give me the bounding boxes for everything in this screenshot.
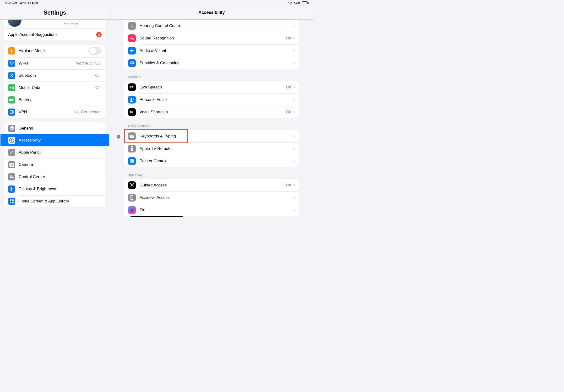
airplane-row[interactable]: Airplane Mode <box>4 45 105 57</box>
avatar <box>8 20 22 27</box>
svg-rect-45 <box>132 196 133 197</box>
svg-point-32 <box>133 136 134 136</box>
bluetooth-row[interactable]: Bluetooth On <box>4 69 105 82</box>
apple-tv-remote-row[interactable]: Apple TV Remote <box>124 142 299 155</box>
account-suggestions-row[interactable]: Apple Account Suggestions 2 <box>4 28 105 40</box>
content-header: Accessibility <box>110 6 313 20</box>
bluetooth-value: On <box>95 73 101 78</box>
hearing-control-centre-row[interactable]: Hearing Control Centre <box>124 20 299 32</box>
battery-icon <box>302 1 309 4</box>
accessories-header: ACCESSORIES <box>124 120 299 130</box>
chevron-right-icon <box>293 159 295 164</box>
mobile-data-value: Off <box>95 85 101 90</box>
camera-icon <box>8 161 15 168</box>
svg-rect-9 <box>10 199 11 201</box>
annotation-dot <box>117 135 121 139</box>
wifi-row[interactable]: Wi-Fi realme X7 5G <box>4 57 105 69</box>
svg-rect-2 <box>14 99 14 100</box>
apple-pencil-row[interactable]: Apple Pencil <box>4 146 105 158</box>
control-centre-row[interactable]: Control Centre <box>4 171 105 183</box>
live-speech-row[interactable]: Live Speech Off <box>124 81 299 94</box>
sliders-icon <box>8 173 15 181</box>
wifi-icon <box>289 1 292 4</box>
chevron-right-icon <box>293 36 295 41</box>
general-row[interactable]: General <box>4 122 105 134</box>
hearing-section-partial: Hearing Control Centre Sound Recognition… <box>124 20 299 69</box>
airplane-toggle[interactable] <box>89 47 102 55</box>
svg-point-36 <box>131 149 132 149</box>
accessibility-row[interactable]: Accessibility <box>0 134 109 146</box>
svg-point-8 <box>11 188 13 190</box>
svg-point-31 <box>133 136 133 136</box>
speech-section: Live Speech Off Personal Voice Vocal Sho… <box>124 81 299 118</box>
display-row[interactable]: Display & Brightness <box>4 183 105 195</box>
svg-rect-48 <box>131 198 133 199</box>
assistive-access-row[interactable]: Assistive Access <box>124 192 299 204</box>
keyboards-typing-row[interactable]: Keyboards & Typing <box>124 130 299 142</box>
home-indicator[interactable] <box>130 216 183 217</box>
pointer-control-row[interactable]: Pointer Control <box>124 155 299 167</box>
home-screen-row[interactable]: Home Screen & App Library <box>4 195 105 207</box>
svg-point-49 <box>130 209 134 212</box>
svg-point-28 <box>130 136 130 136</box>
phone-grid-icon <box>128 194 136 201</box>
captions-icon <box>128 59 136 67</box>
general-section: Guided Access Off Assistive Access Siri <box>124 179 299 216</box>
chevron-right-icon <box>293 183 295 188</box>
sidebar-header: Settings <box>0 6 110 20</box>
subtitles-row[interactable]: Subtitles & Captioning <box>124 57 299 69</box>
svg-rect-44 <box>131 196 132 197</box>
chevron-right-icon <box>293 97 295 102</box>
keyboard-icon <box>128 132 136 140</box>
svg-rect-10 <box>12 199 14 201</box>
chevron-right-icon <box>293 85 295 90</box>
svg-point-0 <box>12 87 12 88</box>
guided-access-row[interactable]: Guided Access Off <box>124 179 299 192</box>
bluetooth-icon <box>8 72 15 79</box>
sound-wave-icon <box>128 34 136 42</box>
svg-point-38 <box>131 150 132 150</box>
mobile-data-row[interactable]: Mobile Data Off <box>4 82 105 94</box>
settings-sidebar: Settings and more Apple Account Suggesti… <box>0 6 110 218</box>
content-title: Accessibility <box>198 10 225 15</box>
airplane-icon <box>8 47 15 55</box>
speech-header: SPEECH <box>124 71 299 81</box>
vocal-shortcuts-row[interactable]: Vocal Shortcuts Off <box>124 106 299 118</box>
profile-subtitle: and more <box>64 22 79 26</box>
battery-icon <box>8 96 15 103</box>
wifi-icon <box>8 60 15 67</box>
svg-point-7 <box>12 177 13 178</box>
siri-row[interactable]: Siri <box>124 204 299 216</box>
svg-rect-25 <box>130 87 132 88</box>
sound-recognition-row[interactable]: Sound Recognition Off <box>124 32 299 44</box>
svg-rect-46 <box>131 197 132 198</box>
account-suggestions-label: Apple Account Suggestions <box>8 32 96 37</box>
audio-visual-row[interactable]: Audio & Visual <box>124 44 299 57</box>
camera-row[interactable]: Camera <box>4 158 105 171</box>
chevron-right-icon <box>293 61 295 66</box>
status-bar: 9:36 AM Wed 11 Dec 57% <box>0 0 313 6</box>
globe-icon <box>8 109 15 116</box>
svg-point-15 <box>133 50 133 51</box>
speaker-eye-icon <box>128 47 136 55</box>
svg-rect-43 <box>130 195 133 200</box>
svg-point-22 <box>131 86 132 86</box>
profile-row[interactable]: and more <box>4 20 105 28</box>
battery-percentage: 57% <box>294 1 300 5</box>
svg-rect-42 <box>131 185 133 186</box>
svg-rect-33 <box>131 137 133 137</box>
svg-rect-19 <box>130 86 133 88</box>
main-section: General Accessibility Apple Pencil Camer… <box>4 122 105 207</box>
chevron-right-icon <box>293 48 295 53</box>
svg-rect-41 <box>131 161 133 162</box>
personal-voice-row[interactable]: Personal Voice <box>124 94 299 106</box>
pencil-icon <box>8 149 15 156</box>
battery-row[interactable]: Battery <box>4 94 105 106</box>
svg-point-5 <box>11 139 12 140</box>
svg-rect-16 <box>130 62 134 64</box>
brightness-icon <box>8 185 15 193</box>
svg-point-20 <box>130 86 130 86</box>
keyboard-speech-icon <box>128 84 136 91</box>
svg-point-23 <box>132 86 132 86</box>
vpn-row[interactable]: VPN Not Connected <box>4 106 105 118</box>
